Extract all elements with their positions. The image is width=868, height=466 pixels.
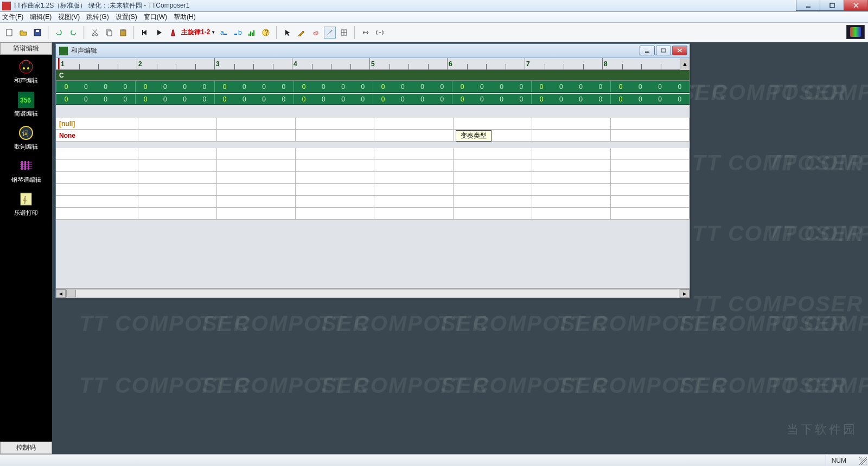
zero-cell[interactable]: 0 — [591, 83, 610, 91]
h-scrollbar[interactable]: ◂ ▸ — [56, 288, 690, 298]
sidebar-item-numbered[interactable]: 356 简谱编辑 — [0, 88, 52, 121]
zero-cell[interactable]: 0 — [432, 95, 452, 103]
zero-cell[interactable]: 0 — [650, 83, 670, 91]
widen-icon[interactable] — [374, 27, 386, 39]
zero-cell[interactable]: 0 — [155, 83, 175, 91]
zero-cell[interactable]: 0 — [670, 83, 690, 91]
sidebar-header[interactable]: 简谱编辑 — [0, 42, 52, 55]
levels-icon[interactable] — [246, 27, 258, 39]
melody-selector[interactable]: 主旋律1-2▼ — [181, 28, 215, 37]
zero-cell[interactable]: 0 — [274, 83, 293, 91]
ruler-bar[interactable]: 3 — [214, 58, 292, 69]
grid-row[interactable] — [56, 184, 690, 196]
zero-cell[interactable]: 0 — [215, 95, 234, 103]
menu-settings[interactable]: 设置(S) — [116, 12, 137, 22]
zero-cell[interactable]: 0 — [472, 83, 492, 91]
grid-row[interactable] — [56, 208, 690, 220]
scroll-right-button[interactable]: ▸ — [680, 289, 690, 298]
child-maximize-button[interactable] — [656, 46, 671, 55]
zero-cell[interactable]: 0 — [294, 95, 314, 103]
child-titlebar[interactable]: 和声编辑 — [56, 44, 690, 58]
zero-cell[interactable]: 0 — [96, 95, 116, 103]
zero-cell[interactable]: 0 — [314, 95, 333, 103]
zero-cell[interactable]: 0 — [512, 83, 531, 91]
zero-cell[interactable]: 0 — [492, 83, 512, 91]
menu-window[interactable]: 窗口(W) — [144, 12, 167, 22]
zero-cell[interactable]: 0 — [650, 95, 670, 103]
menu-help[interactable]: 帮助(H) — [174, 12, 196, 22]
scroll-track[interactable] — [66, 289, 680, 298]
new-icon[interactable] — [3, 27, 15, 39]
menu-view[interactable]: 视图(V) — [58, 12, 80, 22]
zero-cell[interactable]: 0 — [314, 83, 333, 91]
zero-cell[interactable]: 0 — [175, 95, 195, 103]
zero-cell[interactable]: 0 — [432, 83, 452, 91]
zero-cell[interactable]: 0 — [611, 95, 630, 103]
ruler-bar[interactable]: 6 — [447, 58, 525, 69]
zero-cell[interactable]: 0 — [532, 83, 551, 91]
zero-cell[interactable]: 0 — [76, 95, 95, 103]
scroll-thumb[interactable] — [66, 290, 76, 297]
metronome-icon[interactable] — [167, 27, 179, 39]
zero-cell[interactable]: 0 — [551, 95, 571, 103]
grid-row[interactable] — [56, 172, 690, 184]
zero-cell[interactable]: 0 — [334, 95, 353, 103]
help-icon[interactable]: ? — [260, 27, 272, 39]
ruler[interactable]: 12345678 ▲ — [56, 58, 690, 70]
zero-cell[interactable]: 0 — [254, 83, 274, 91]
ruler-bar[interactable]: 1 — [59, 58, 137, 69]
line-icon[interactable] — [324, 27, 336, 39]
marker-a-icon[interactable]: a — [218, 27, 229, 39]
zero-cell[interactable]: 0 — [373, 83, 393, 91]
key-row[interactable]: C — [56, 70, 690, 81]
zero-cell[interactable]: 0 — [136, 95, 155, 103]
zero-cell[interactable]: 0 — [116, 95, 135, 103]
zero-cell[interactable]: 0 — [136, 83, 155, 91]
zero-cell[interactable]: 0 — [512, 95, 531, 103]
marker-b-icon[interactable]: b — [232, 27, 244, 39]
zero-cell[interactable]: 0 — [334, 83, 353, 91]
save-icon[interactable] — [31, 27, 43, 39]
sidebar-item-print[interactable]: 𝄞 乐谱打印 — [0, 187, 52, 220]
menu-edit[interactable]: 编辑(E) — [30, 12, 52, 22]
grid-row-none[interactable]: None 变奏类型 — [56, 130, 690, 142]
zero-cell[interactable]: 0 — [76, 83, 95, 91]
zero-cell[interactable]: 0 — [532, 95, 551, 103]
zero-cell[interactable]: 0 — [234, 95, 254, 103]
grid-icon[interactable] — [338, 27, 350, 39]
zero-cell[interactable]: 0 — [611, 83, 630, 91]
zero-cell[interactable]: 0 — [452, 95, 472, 103]
ruler-bar[interactable]: 8 — [602, 58, 680, 69]
play-icon[interactable] — [153, 27, 165, 39]
zero-cell[interactable]: 0 — [670, 95, 690, 103]
menu-file[interactable]: 文件(F) — [2, 12, 23, 22]
scroll-up-button[interactable]: ▲ — [680, 58, 690, 70]
velocity-row-2[interactable]: 00000000000000000000000000000000 — [56, 93, 690, 105]
close-button[interactable] — [844, 0, 868, 11]
zero-cell[interactable]: 0 — [413, 83, 432, 91]
child-minimize-button[interactable] — [640, 46, 655, 55]
zero-cell[interactable]: 0 — [551, 83, 571, 91]
grid-row[interactable] — [56, 148, 690, 160]
zero-cell[interactable]: 0 — [492, 95, 512, 103]
zero-cell[interactable]: 0 — [215, 83, 234, 91]
redo-icon[interactable] — [67, 27, 79, 39]
minimize-button[interactable] — [796, 0, 820, 11]
child-close-button[interactable] — [672, 46, 687, 55]
zero-cell[interactable]: 0 — [630, 95, 650, 103]
zero-cell[interactable]: 0 — [96, 83, 116, 91]
sidebar-item-harmony[interactable]: 和声编辑 — [0, 55, 52, 88]
zero-cell[interactable]: 0 — [254, 95, 274, 103]
zero-cell[interactable]: 0 — [175, 83, 195, 91]
zero-cell[interactable]: 0 — [56, 95, 76, 103]
paste-icon[interactable] — [117, 27, 129, 39]
pointer-icon[interactable] — [282, 27, 293, 39]
zero-cell[interactable]: 0 — [393, 83, 412, 91]
ruler-bar[interactable]: 7 — [525, 58, 602, 69]
velocity-row-1[interactable]: 00000000000000000000000000000000 — [56, 81, 690, 93]
zero-cell[interactable]: 0 — [393, 95, 412, 103]
zero-cell[interactable]: 0 — [294, 83, 314, 91]
grid-row-null[interactable]: [null] — [56, 118, 690, 130]
zero-cell[interactable]: 0 — [591, 95, 610, 103]
zero-cell[interactable]: 0 — [413, 95, 432, 103]
